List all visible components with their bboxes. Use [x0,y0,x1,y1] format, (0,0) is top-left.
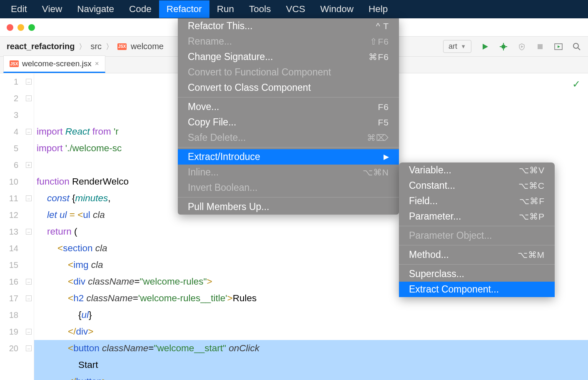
code-line[interactable]: </button> [34,373,588,380]
menubar-item-tools[interactable]: Tools [242,0,279,18]
svg-point-10 [573,43,578,48]
refactor-menu-item-convert-to-functional-component: Convert to Functional Component [178,65,399,80]
breadcrumb-root[interactable]: react_refactoring [7,42,75,51]
extract-submenu-item-extract-component[interactable]: Extract Component... [399,282,555,297]
refactor-menu-item-extract-introduce[interactable]: Extract/Introduce▶ [178,149,399,165]
menubar-item-navigate[interactable]: Navigate [70,0,122,18]
code-line[interactable]: {ul} [34,307,588,323]
fold-toggle[interactable]: – [26,279,32,285]
menu-item-label: Inline... [188,167,219,178]
keyboard-shortcut: ⌥⌘C [518,181,545,191]
menubar-item-code[interactable]: Code [122,0,159,18]
menu-item-label: Safe Delete... [188,132,246,143]
refactor-menu-item-safe-delete: Safe Delete...⌘⌦ [178,130,399,145]
refactor-menu-item-convert-to-class-component[interactable]: Convert to Class Component [178,80,399,95]
svg-rect-7 [538,44,543,49]
refactor-menu-item-refactor-this[interactable]: Refactor This...^ T [178,18,399,34]
fold-toggle[interactable]: – [26,329,32,335]
keyboard-shortcut: ⌥⌘V [519,165,545,175]
menubar-item-edit[interactable]: Edit [3,0,35,18]
menu-item-label: Variable... [409,165,451,176]
menu-item-label: Parameter... [409,211,461,222]
menu-item-label: Convert to Class Component [188,82,311,93]
inspection-ok-icon[interactable]: ✓ [572,76,581,92]
menu-item-label: Superclass... [409,268,464,280]
menubar-item-window[interactable]: Window [313,0,361,18]
fold-toggle[interactable]: – [26,79,32,85]
menu-item-label: Invert Boolean... [188,182,258,193]
extract-submenu-item-variable[interactable]: Variable...⌥⌘V [399,162,555,178]
run-configuration-dropdown[interactable]: art ▼ [443,40,471,53]
breadcrumb[interactable]: react_refactoring 〉 src 〉 JSX welcome [7,42,164,52]
breadcrumb-src[interactable]: src [90,42,102,51]
fold-toggle[interactable]: – [26,129,32,135]
menu-item-label: Field... [409,195,438,207]
fold-toggle[interactable]: + [26,162,32,168]
menubar-item-help[interactable]: Help [361,0,395,18]
chevron-right-icon: 〉 [106,42,113,52]
menu-item-label: Convert to Functional Component [188,67,331,78]
tab-filename: welcome-screen.jsx [22,59,92,68]
breadcrumb-file[interactable]: welcome [131,42,164,51]
refactor-menu-item-copy-file[interactable]: Copy File...F5 [178,115,399,130]
keyboard-shortcut: ⌥⌘M [518,250,545,260]
editor-tab-welcome-screen[interactable]: JSX welcome-screen.jsx × [3,55,105,73]
extract-submenu-item-superclass[interactable]: Superclass... [399,266,555,282]
submenu-arrow-icon: ▶ [384,152,389,161]
menu-item-label: Refactor This... [188,20,253,32]
chevron-right-icon: 〉 [79,42,86,52]
menubar-item-view[interactable]: View [35,0,70,18]
extract-submenu-item-method[interactable]: Method...⌥⌘M [399,247,555,262]
dropdown-caret-icon: ▼ [461,43,466,50]
toolbar-right: art ▼ [443,40,581,53]
menubar-item-run[interactable]: Run [209,0,242,18]
refactor-menu: Refactor This...^ TRename...⇧F6Change Si… [178,18,399,215]
window-zoom-button[interactable] [28,24,35,31]
menu-item-label: Move... [188,101,219,112]
coverage-icon[interactable] [517,42,526,51]
stop-icon[interactable] [536,42,545,51]
debug-icon[interactable] [499,42,508,51]
profiler-icon[interactable] [554,42,563,51]
keyboard-shortcut: ⌘F6 [369,52,389,62]
fold-gutter: –––+–––––– [24,73,34,380]
menu-item-label: Parameter Object... [409,230,492,241]
fold-toggle[interactable]: – [26,345,32,351]
keyboard-shortcut: ^ T [376,21,389,31]
keyboard-shortcut: ⌥⌘N [363,168,389,178]
search-icon[interactable] [572,42,581,51]
code-line[interactable]: <button className="welcome__start" onCli… [34,340,588,357]
run-icon[interactable] [481,42,490,51]
refactor-menu-item-pull-members-up[interactable]: Pull Members Up... [178,199,399,215]
extract-submenu-item-constant[interactable]: Constant...⌥⌘C [399,178,555,193]
run-config-label: art [448,42,457,51]
menubar: EditViewNavigateCodeRefactorRunToolsVCSW… [0,0,588,18]
fold-toggle[interactable]: – [26,295,32,301]
refactor-menu-item-move[interactable]: Move...F6 [178,99,399,115]
fold-toggle[interactable]: – [26,95,32,101]
menubar-item-refactor[interactable]: Refactor [159,0,209,18]
keyboard-shortcut: F6 [378,102,389,112]
code-line[interactable]: Start [34,357,588,373]
refactor-menu-item-rename: Rename...⇧F6 [178,34,399,49]
svg-point-1 [501,45,506,49]
menubar-item-vcs[interactable]: VCS [279,0,313,18]
refactor-menu-item-change-signature[interactable]: Change Signature...⌘F6 [178,49,399,65]
fold-toggle[interactable]: – [26,229,32,235]
window-close-button[interactable] [7,24,13,31]
extract-submenu-item-parameter[interactable]: Parameter...⌥⌘P [399,209,555,224]
close-icon[interactable]: × [95,60,99,68]
keyboard-shortcut: ⌘⌦ [367,133,389,143]
jsx-file-icon: JSX [10,60,19,67]
extract-submenu-item-parameter-object: Parameter Object... [399,228,555,243]
menu-item-label: Method... [409,249,449,260]
extract-submenu-item-field[interactable]: Field...⌥⌘F [399,193,555,209]
keyboard-shortcut: ⌥⌘P [519,212,545,222]
menu-item-label: Rename... [188,36,232,47]
refactor-menu-item-invert-boolean: Invert Boolean... [178,180,399,195]
keyboard-shortcut: F5 [378,118,389,128]
code-line[interactable]: </div> [34,323,588,340]
window-minimize-button[interactable] [17,24,24,31]
menu-item-label: Copy File... [188,117,236,128]
fold-toggle[interactable]: – [26,195,32,201]
